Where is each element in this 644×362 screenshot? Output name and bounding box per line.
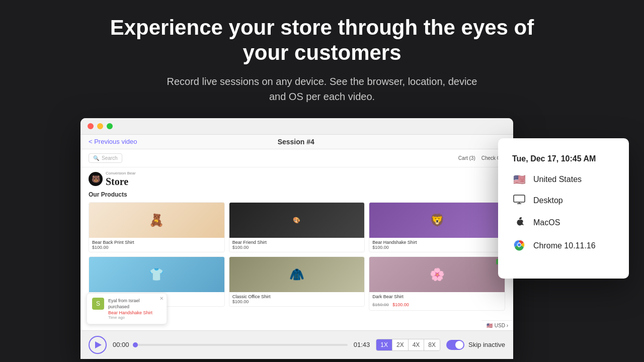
product-price-3: $100.00: [372, 245, 502, 250]
speed-1x[interactable]: 1X: [376, 339, 392, 350]
notification-shopify-icon: S: [92, 298, 104, 310]
skip-inactive-toggle[interactable]: [446, 340, 464, 350]
notification-from: Eyal from Israel purchased: [108, 298, 162, 310]
info-datetime: Tue, Dec 17, 10:45 AM: [512, 154, 615, 163]
browser-dot-yellow[interactable]: [97, 123, 103, 129]
play-icon: [95, 341, 102, 348]
skip-inactive-container: Skip inactive: [446, 340, 505, 350]
info-os: MacOS: [533, 218, 560, 227]
notification-close-icon[interactable]: ✕: [159, 296, 164, 301]
browser-titlebar: [80, 118, 513, 135]
info-device: Desktop: [533, 196, 563, 205]
prev-video-link[interactable]: < Previous video: [89, 138, 137, 145]
search-icon: 🔍: [93, 155, 99, 161]
search-placeholder: Search: [102, 155, 118, 161]
store-logo-row: 🐻 Conversion Bear Store: [80, 167, 513, 191]
product-price-6: $150.00 $100.00: [372, 299, 502, 308]
product-img-2: 🎨: [229, 203, 365, 238]
browser-outer: < Previous video Session #4 🔍 Search Car…: [80, 118, 564, 359]
store-content: 🔍 Search Cart (3) Check Out 🐻 Conversion…: [80, 149, 513, 330]
hero-title: Experience your store through the eyes o…: [96, 15, 548, 66]
flag-us-icon: 🇺🇸: [512, 173, 526, 186]
currency-bar[interactable]: 🇺🇸 USD ›: [481, 320, 513, 330]
speed-4x[interactable]: 4X: [409, 339, 425, 350]
product-price-sale-6: $100.00: [392, 302, 409, 307]
product-info-5: Classic Office Shirt $100.00: [229, 292, 365, 306]
notification-text: Eyal from Israel purchased Bear Handshak…: [108, 298, 162, 320]
progress-bar[interactable]: [135, 344, 348, 346]
product-info-6: Dark Bear Shirt $150.00 $100.00: [369, 292, 505, 310]
notification-time: Time ago: [108, 315, 162, 320]
product-info-2: Bear Friend Shirt $100.00: [229, 238, 365, 252]
chrome-icon: [512, 239, 526, 253]
info-row-location: 🇺🇸 United States: [512, 173, 615, 186]
product-card-wrapper-2: 🎨 Bear Friend Shirt $100.00: [229, 202, 365, 252]
info-row-os: MacOS: [512, 216, 615, 230]
product-price-5: $100.00: [232, 299, 362, 304]
svg-point-5: [518, 243, 521, 246]
hero-subtitle: Record live sessions on any device. See …: [166, 74, 478, 104]
product-card-wrapper-6: ✓ 🌸 Dark Bear Shirt $150.00 $100.00: [369, 256, 505, 311]
speed-controls: 1X 2X 4X 8X: [376, 339, 440, 351]
currency-label: USD ›: [495, 323, 508, 328]
product-card-5[interactable]: 🧥 Classic Office Shirt $100.00: [229, 256, 365, 307]
browser-window: < Previous video Session #4 🔍 Search Car…: [80, 118, 513, 359]
products-section: Our Products 🧸 Bear Back Print Shirt $10…: [80, 191, 513, 311]
store-logo-icon: 🐻: [89, 172, 103, 186]
product-card-3[interactable]: 🦁 Bear Handshake Shirt $100.00: [369, 202, 505, 252]
product-card-2[interactable]: 🎨 Bear Friend Shirt $100.00: [229, 202, 365, 252]
product-info-1: Bear Back Print Shirt $100.00: [89, 238, 224, 252]
skip-inactive-label: Skip inactive: [468, 341, 505, 348]
product-name-1: Bear Back Print Shirt: [92, 240, 221, 245]
product-card-wrapper-5: 🧥 Classic Office Shirt $100.00: [229, 256, 365, 311]
time-total: 01:43: [354, 341, 370, 348]
product-img-6: ✓ 🌸: [369, 257, 505, 292]
product-price-2: $100.00: [232, 245, 362, 250]
product-price-1: $100.00: [92, 245, 221, 250]
product-img-4: 👕: [89, 257, 224, 292]
store-conversion-bear: Conversion Bear: [106, 171, 136, 176]
product-img-5: 🧥: [229, 257, 365, 292]
speed-8x[interactable]: 8X: [424, 339, 440, 350]
product-img-1: 🧸: [89, 203, 224, 238]
product-price-strike-6: $150.00: [372, 302, 389, 307]
notification-product: Bear Handshake Shirt: [108, 310, 162, 315]
speed-2x[interactable]: 2X: [392, 339, 409, 350]
store-logo-text: Store: [106, 176, 136, 187]
product-card-6[interactable]: ✓ 🌸 Dark Bear Shirt $150.00 $100.00: [369, 256, 505, 311]
info-location: United States: [533, 175, 582, 184]
product-name-3: Bear Handshake Shirt: [372, 240, 502, 245]
browser-nav: < Previous video Session #4: [80, 135, 513, 149]
page-wrapper: Experience your store through the eyes o…: [0, 0, 644, 362]
products-title: Our Products: [89, 191, 505, 198]
store-logo-subtext: Conversion Bear Store: [106, 171, 136, 187]
play-button[interactable]: [89, 336, 107, 354]
apple-icon: [512, 216, 526, 230]
svg-rect-0: [514, 195, 525, 202]
product-card-1[interactable]: 🧸 Bear Back Print Shirt $100.00: [89, 202, 225, 252]
desktop-icon: [512, 195, 526, 207]
video-controls: 00:00 01:43 1X 2X 4X 8X Skip inactiv: [80, 330, 513, 359]
flag-icon: 🇺🇸: [487, 323, 493, 328]
product-name-2: Bear Friend Shirt: [232, 240, 362, 245]
browser-dot-red[interactable]: [88, 123, 94, 129]
store-logo[interactable]: 🐻 Conversion Bear Store: [89, 171, 136, 187]
browser-dot-green[interactable]: [107, 123, 113, 129]
progress-dot: [133, 342, 138, 347]
toggle-knob: [455, 341, 463, 349]
store-search[interactable]: 🔍 Search: [89, 153, 122, 163]
info-panel: Tue, Dec 17, 10:45 AM 🇺🇸 United States D…: [498, 138, 629, 279]
product-img-3: 🦁: [369, 203, 505, 238]
product-name-5: Classic Office Shirt: [232, 294, 362, 299]
product-info-3: Bear Handshake Shirt $100.00: [369, 238, 505, 252]
info-row-device: Desktop: [512, 195, 615, 207]
store-notification: S Eyal from Israel purchased Bear Handsh…: [87, 293, 167, 324]
product-name-6: Dark Bear Shirt: [372, 294, 502, 299]
product-card-wrapper-1: 🧸 Bear Back Print Shirt $100.00: [89, 202, 225, 252]
product-card-wrapper-3: 🦁 Bear Handshake Shirt $100.00: [369, 202, 505, 252]
info-row-browser: Chrome 10.11.16: [512, 239, 615, 253]
time-current: 00:00: [113, 341, 129, 348]
store-topbar: 🔍 Search Cart (3) Check Out: [80, 149, 513, 167]
cart-label[interactable]: Cart (3): [458, 155, 475, 161]
session-title: Session #4: [278, 138, 314, 146]
